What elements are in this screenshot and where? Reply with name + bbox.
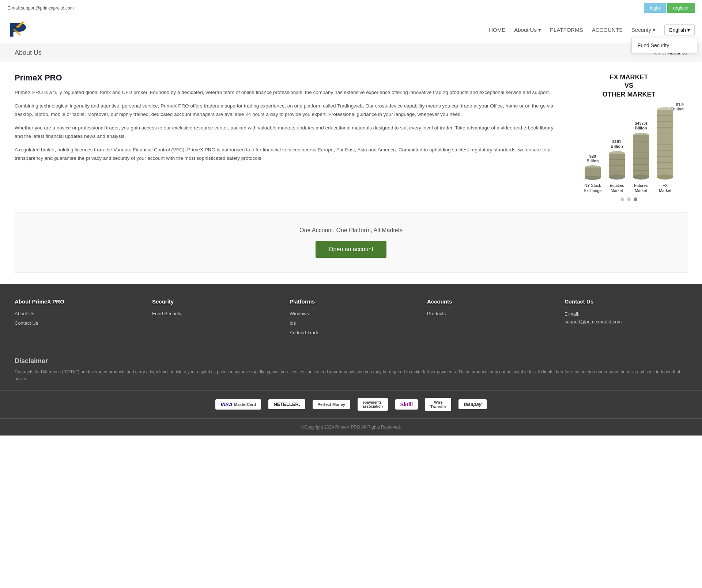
footer-platforms-title: Platforms bbox=[290, 298, 412, 305]
open-account-button[interactable]: Open an account bbox=[316, 241, 386, 258]
chart-bar-1: $28Billion NY StockExchange bbox=[583, 154, 602, 193]
wiretransfer-icon: WireTransfer bbox=[430, 400, 446, 409]
main-p3: Whether you are a novice or professional… bbox=[15, 124, 556, 141]
bar2-top-label: $191Billion bbox=[611, 139, 623, 149]
bar1-top-label: $28Billion bbox=[586, 154, 599, 163]
logo-icon bbox=[7, 20, 29, 40]
payment-perfectmoney: Perfect Money bbox=[313, 400, 350, 409]
bar1-bottom-label: NY StockExchange bbox=[584, 183, 602, 193]
neteller-icon: NETELLER. bbox=[273, 402, 300, 407]
chart-section: FX MARKETVSOTHER MARKET $1.9Trillion $28… bbox=[570, 73, 687, 201]
main-nav: HOME About Us ▾ PLATFORMS ACCOUNTS Secur… bbox=[489, 24, 695, 35]
nav-home[interactable]: HOME bbox=[489, 25, 505, 34]
footer: About PrimeX PRO About Us Contact Us Sec… bbox=[0, 284, 702, 357]
chart-title: FX MARKETVSOTHER MARKET bbox=[570, 73, 687, 99]
footer-contact-email-label: E-mail: bbox=[565, 310, 687, 318]
cta-section: One Account, One Platform, All Markets O… bbox=[15, 212, 687, 273]
disclaimer-section: Disclaimer Contracts for Difference ("CF… bbox=[0, 357, 702, 390]
footer-accounts-title: Accounts bbox=[427, 298, 550, 305]
chart-dots bbox=[570, 197, 687, 201]
svg-point-20 bbox=[657, 174, 673, 180]
nav-about[interactable]: About Us ▾ bbox=[514, 25, 541, 34]
perfectmoney-icon: Perfect Money bbox=[318, 402, 345, 407]
chart-dot-3[interactable] bbox=[634, 197, 637, 201]
bar1-visual bbox=[583, 165, 602, 180]
login-button[interactable]: login bbox=[644, 3, 665, 13]
svg-point-5 bbox=[609, 174, 625, 180]
nav-accounts-dropdown: ACCOUNTS bbox=[592, 27, 623, 33]
bar4-visual bbox=[656, 107, 675, 180]
epayments-icon: epaymentsassociation bbox=[363, 400, 383, 408]
footer-about-links: About Us Contact Us bbox=[15, 310, 137, 326]
mastercard-icon: MasterCard bbox=[234, 402, 256, 407]
footer-col-accounts: Accounts Products bbox=[427, 298, 550, 339]
footer-platforms-links: Windows Ios Android Trader bbox=[290, 310, 412, 335]
top-bar: E-mail:support@primexproltd.com login re… bbox=[0, 0, 702, 16]
chart-dot-2[interactable] bbox=[627, 197, 631, 201]
language-button[interactable]: English ▾ bbox=[664, 24, 695, 35]
copyright-text: ©Copyright 2024 PrimeX PRO All Rights Re… bbox=[301, 425, 401, 430]
nav-platforms[interactable]: PLATFORMS bbox=[550, 25, 583, 34]
footer-contact-title: Contact Us bbox=[565, 298, 687, 305]
footer-columns: About PrimeX PRO About Us Contact Us Sec… bbox=[15, 298, 687, 339]
main-p1: PrimeX PRO is a fully regulated global f… bbox=[15, 88, 556, 97]
bar4-bottom-label: FXMarket bbox=[659, 183, 671, 193]
main-content: PrimeX PRO PrimeX PRO is a fully regulat… bbox=[0, 62, 702, 212]
register-button[interactable]: register bbox=[667, 3, 695, 13]
chart-bars: $28Billion NY StockExchange $191Billion bbox=[570, 113, 687, 193]
fasapay-icon: fasapay bbox=[464, 402, 481, 407]
main-p4: A regulated broker, holding licences fro… bbox=[15, 146, 556, 163]
chart-bar-4: FXMarket bbox=[656, 105, 675, 193]
footer-security-title: Security bbox=[152, 298, 275, 305]
breadcrumb-title: About Us bbox=[15, 49, 42, 57]
bar3-visual bbox=[631, 132, 650, 180]
footer-android-link[interactable]: Android Trader bbox=[290, 330, 321, 335]
copyright: ©Copyright 2024 PrimeX PRO All Rights Re… bbox=[0, 418, 702, 436]
footer-contact-us-link[interactable]: Contact Us bbox=[15, 320, 38, 326]
footer-contact-email[interactable]: support@primexproltd.com bbox=[565, 319, 622, 324]
footer-fund-security-link[interactable]: Fund Security bbox=[152, 311, 181, 316]
breadcrumb-bar: About Us Home / About Us bbox=[0, 44, 702, 62]
disclaimer-title: Disclaimer bbox=[15, 357, 687, 365]
svg-rect-10 bbox=[633, 135, 649, 177]
chart-dot-1[interactable] bbox=[620, 197, 624, 201]
payment-skrill: Skrill bbox=[395, 399, 418, 410]
security-fund-security-link[interactable]: Fund Security bbox=[632, 38, 697, 53]
footer-accounts-links: Products bbox=[427, 310, 550, 316]
footer-products-link[interactable]: Products bbox=[427, 311, 446, 316]
disclaimer-text: Contracts for Difference ("CFDs") are le… bbox=[15, 369, 687, 382]
svg-point-11 bbox=[633, 174, 649, 180]
bar2-visual bbox=[607, 151, 626, 180]
footer-windows-link[interactable]: Windows bbox=[290, 311, 309, 316]
footer-col-about: About PrimeX PRO About Us Contact Us bbox=[15, 298, 137, 339]
nav-security-wrapper: Security ▾ Fund Security bbox=[631, 27, 656, 33]
chart-bar-2: $191Billion EquitiesMarket bbox=[607, 139, 626, 193]
bar2-bottom-label: EquitiesMarket bbox=[609, 183, 624, 193]
footer-col-contact: Contact Us E-mail: support@primexproltd.… bbox=[565, 298, 687, 339]
skrill-icon: Skrill bbox=[400, 402, 413, 407]
svg-point-2 bbox=[585, 176, 601, 180]
visa-icon: VISA bbox=[220, 402, 233, 407]
payment-visa-mc: VISA MasterCard bbox=[215, 399, 261, 410]
chart-bar-3: $437.4Billion FuturesMarket bbox=[631, 121, 650, 193]
nav-about-dropdown: About Us ▾ bbox=[514, 27, 541, 33]
bar3-bottom-label: FuturesMarket bbox=[634, 183, 648, 193]
nav-accounts[interactable]: ACCOUNTS bbox=[592, 25, 623, 34]
payment-logos: VISA MasterCard NETELLER. Perfect Money … bbox=[0, 390, 702, 418]
cta-text: One Account, One Platform, All Markets bbox=[22, 227, 680, 234]
footer-about-title: About PrimeX PRO bbox=[15, 298, 137, 305]
nav-security[interactable]: Security ▾ bbox=[631, 25, 656, 34]
payment-epayments: epaymentsassociation bbox=[358, 398, 388, 411]
main-p2: Combining technological ingenuity and at… bbox=[15, 102, 556, 119]
top-bar-email: E-mail:support@primexproltd.com bbox=[7, 5, 74, 11]
footer-col-platforms: Platforms Windows Ios Android Trader bbox=[290, 298, 412, 339]
payment-wiretransfer: WireTransfer bbox=[425, 398, 451, 411]
bar3-top-label: $437.4Billion bbox=[635, 121, 647, 131]
footer-col-security: Security Fund Security bbox=[152, 298, 275, 339]
footer-about-us-link[interactable]: About Us bbox=[15, 311, 34, 316]
footer-ios-link[interactable]: Ios bbox=[290, 320, 296, 326]
security-dropdown-menu: Fund Security bbox=[631, 38, 697, 53]
footer-security-links: Fund Security bbox=[152, 310, 275, 316]
top-bar-buttons: login register bbox=[644, 3, 695, 13]
logo bbox=[7, 20, 29, 40]
